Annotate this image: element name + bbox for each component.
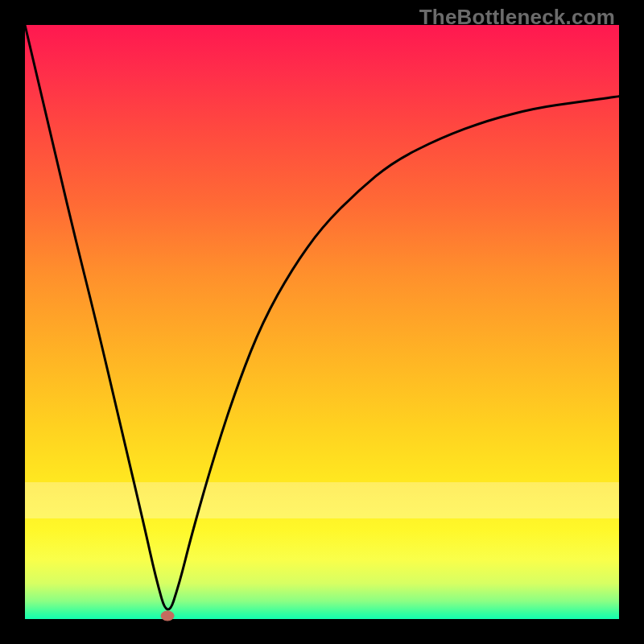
chart-svg — [25, 25, 619, 619]
plot-area — [25, 25, 619, 619]
minimum-marker — [161, 611, 174, 621]
bottleneck-curve — [25, 25, 619, 609]
